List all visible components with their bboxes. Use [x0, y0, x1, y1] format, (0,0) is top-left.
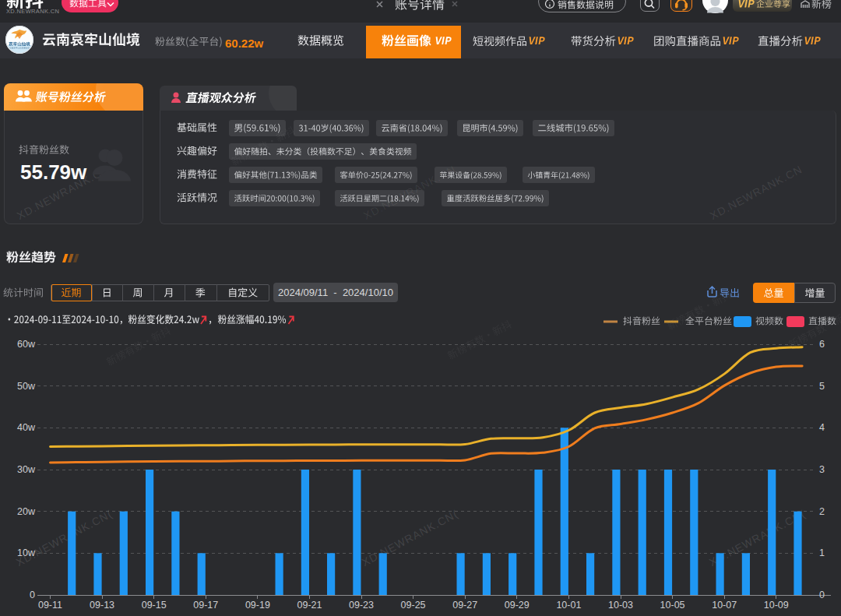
svg-text:09-15: 09-15 — [142, 600, 167, 611]
svg-text:30w: 30w — [17, 464, 36, 475]
svg-text:10-09: 10-09 — [764, 600, 789, 611]
svg-text:5: 5 — [819, 381, 825, 392]
svg-text:60w: 60w — [17, 339, 36, 350]
svg-text:09-23: 09-23 — [349, 600, 374, 611]
svg-text:4: 4 — [819, 422, 825, 433]
svg-text:09-21: 09-21 — [297, 600, 322, 611]
svg-text:2: 2 — [819, 506, 825, 517]
svg-text:10-07: 10-07 — [712, 600, 737, 611]
svg-text:50w: 50w — [17, 381, 36, 392]
svg-text:6: 6 — [819, 339, 825, 350]
svg-text:09-27: 09-27 — [452, 600, 477, 611]
svg-text:09-25: 09-25 — [401, 600, 426, 611]
svg-text:3: 3 — [819, 464, 825, 475]
svg-text:40w: 40w — [17, 422, 36, 433]
svg-text:09-13: 09-13 — [90, 600, 114, 611]
svg-text:09-19: 09-19 — [245, 600, 270, 611]
svg-text:09-17: 09-17 — [193, 600, 218, 611]
svg-text:10-03: 10-03 — [608, 600, 633, 611]
svg-text:1: 1 — [819, 547, 825, 558]
svg-text:20w: 20w — [17, 506, 36, 517]
svg-text:09-29: 09-29 — [505, 600, 530, 611]
svg-text:0: 0 — [819, 590, 825, 600]
svg-text:10-05: 10-05 — [660, 600, 685, 611]
svg-text:09-11: 09-11 — [38, 600, 62, 611]
svg-text:0: 0 — [30, 590, 35, 600]
svg-text:10-01: 10-01 — [556, 600, 581, 611]
